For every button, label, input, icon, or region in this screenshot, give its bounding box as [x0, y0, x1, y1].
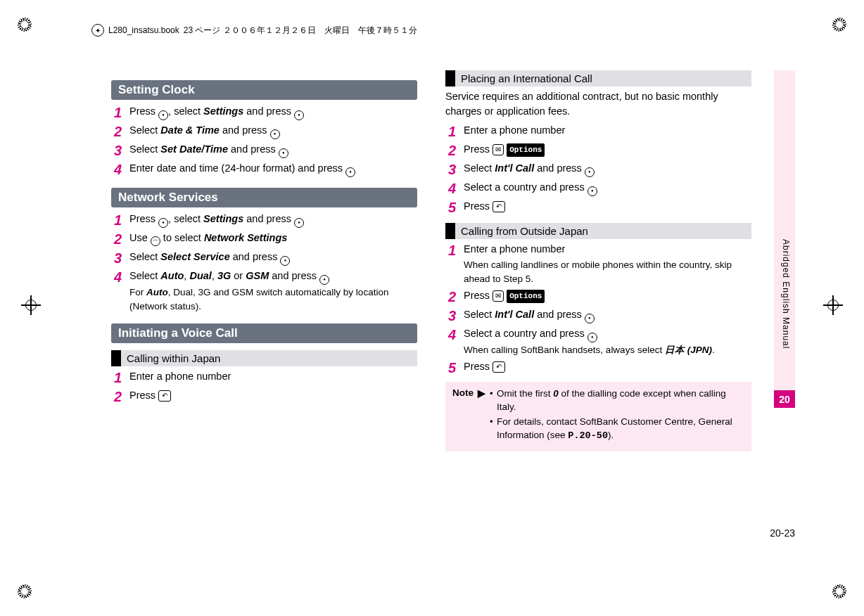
header-globe-icon: ✦	[91, 24, 104, 37]
step: 2 Select Date & Time and press	[114, 123, 417, 140]
header-page-info: 23 ページ ２００６年１２月２６日 火曜日 午後７時５１分	[184, 25, 417, 37]
options-softkey-icon: Options	[507, 290, 545, 303]
center-key-icon	[587, 186, 597, 196]
step-number: 2	[114, 388, 129, 405]
step-text: Press ✉ Options	[464, 288, 751, 304]
step-text: Select a country and press	[464, 180, 751, 196]
left-column: Setting Clock 1 Press , select Settings …	[111, 70, 417, 451]
right-column: Placing an International Call Service re…	[445, 70, 751, 451]
call-key-icon: ↶	[158, 390, 171, 402]
step-text: Press ↶	[464, 199, 751, 214]
step-number: 3	[114, 250, 129, 267]
step-number: 5	[448, 359, 464, 376]
section-voice-call: Initiating a Voice Call	[111, 323, 417, 343]
center-key-icon	[158, 110, 168, 120]
center-key-icon	[587, 333, 597, 342]
step: 2 Press ↶	[114, 388, 417, 405]
step-number: 1	[114, 212, 129, 229]
step: 3 Select Int'l Call and press	[448, 161, 751, 178]
center-key-icon	[158, 218, 168, 228]
options-softkey-icon: Options	[507, 143, 545, 157]
mail-key-icon: ✉	[493, 144, 504, 155]
center-key-icon	[585, 167, 595, 177]
step-text: Select Set Date/Time and press	[129, 142, 417, 158]
center-key-icon	[279, 148, 288, 158]
note-label: Note	[452, 387, 474, 444]
call-key-icon: ↶	[493, 361, 505, 373]
step-text: Press ↶	[464, 359, 751, 375]
step: 2 Use to select Network Settings	[114, 231, 417, 248]
step: 1 Press , select Settings and press	[114, 104, 417, 121]
step-number: 2	[448, 288, 464, 305]
step-text: Press , select Settings and press	[129, 104, 417, 120]
page-number: 20-23	[770, 527, 795, 539]
center-key-icon	[319, 275, 329, 285]
step: 4 Enter date and time (24-hour format) a…	[114, 161, 417, 178]
step: 1 Enter a phone number	[114, 369, 417, 386]
step-subtext: When calling SoftBank handsets, always s…	[464, 343, 751, 357]
page-body: Setting Clock 1 Press , select Settings …	[111, 70, 751, 451]
subsection-outside-japan: Calling from Outside Japan	[445, 223, 751, 239]
step: 4 Select a country and press	[448, 180, 751, 197]
step: 3 Select Set Date/Time and press	[114, 142, 417, 159]
step: 3 Select Select Service and press	[114, 250, 417, 267]
section-setting-clock: Setting Clock	[111, 80, 417, 100]
step-number: 4	[448, 326, 464, 343]
step: 3 Select Int'l Call and press	[448, 307, 751, 324]
step-text: Select Int'l Call and press	[464, 161, 751, 177]
call-key-icon: ↶	[493, 201, 505, 212]
step-text: Use to select Network Settings	[129, 231, 417, 246]
step: 4 Select Auto, Dual, 3G or GSM and press…	[114, 269, 417, 314]
note-arrow-icon: ▶	[478, 387, 485, 444]
header-filename: L280_insatsu.book	[108, 25, 179, 35]
step-number: 2	[114, 123, 129, 140]
mail-key-icon: ✉	[493, 290, 504, 302]
step: 5 Press ↶	[448, 359, 751, 376]
step-number: 2	[448, 142, 464, 159]
step-text: Enter date and time (24-hour format) and…	[129, 161, 417, 177]
step-text: Enter a phone number	[129, 369, 417, 385]
note-item: Omit the first 0 of the dialling code ex…	[490, 387, 744, 414]
note-body: Omit the first 0 of the dialling code ex…	[490, 387, 744, 444]
step-number: 4	[114, 161, 129, 178]
step: 1 Enter a phone number When calling land…	[448, 242, 751, 286]
step-number: 1	[448, 242, 464, 259]
step-number: 4	[448, 180, 464, 197]
step: 1 Enter a phone number	[448, 123, 751, 140]
center-key-icon	[294, 110, 304, 120]
step-number: 3	[448, 161, 464, 178]
step-number: 1	[114, 104, 129, 121]
step-number: 2	[114, 231, 129, 248]
step-text: Press ✉ Options	[464, 142, 751, 158]
subsection-calling-japan: Calling within Japan	[111, 350, 417, 366]
side-tab-chapter: 20	[774, 390, 795, 408]
center-key-icon	[270, 129, 280, 139]
section-network-services: Network Services	[111, 188, 417, 207]
left-right-key-icon	[151, 236, 160, 246]
step: 4 Select a country and press When callin…	[448, 326, 751, 357]
step-text: Select Int'l Call and press	[464, 307, 751, 323]
center-key-icon	[585, 314, 595, 323]
subsection-international-call: Placing an International Call	[445, 70, 751, 86]
step: 2 Press ✉ Options	[448, 288, 751, 305]
step-number: 5	[448, 199, 464, 216]
step-text: Enter a phone number	[464, 123, 751, 139]
step-number: 3	[114, 142, 129, 159]
step-text: Press , select Settings and press	[129, 212, 417, 228]
step-text: Enter a phone number When calling landli…	[464, 242, 751, 286]
step-subtext: When calling landlines or mobile phones …	[464, 258, 751, 287]
step-number: 4	[114, 269, 129, 285]
step-subtext: For Auto, Dual, 3G and GSM switch automa…	[129, 285, 417, 314]
step-number: 3	[448, 307, 464, 324]
step-text: Press ↶	[129, 388, 417, 404]
step-number: 1	[448, 123, 464, 140]
step: 2 Press ✉ Options	[448, 142, 751, 159]
intro-text: Service requires an additional contract,…	[445, 89, 751, 119]
side-tab-label: Abridged English Manual	[781, 239, 791, 349]
step-text: Select a country and press When calling …	[464, 326, 751, 357]
center-key-icon	[294, 218, 304, 228]
center-key-icon	[280, 256, 290, 266]
print-header: ✦ L280_insatsu.book 23 ページ ２００６年１２月２６日 火…	[91, 24, 417, 37]
step-text: Select Auto, Dual, 3G or GSM and press F…	[129, 269, 417, 314]
note-box: Note ▶ Omit the first 0 of the dialling …	[445, 382, 751, 451]
